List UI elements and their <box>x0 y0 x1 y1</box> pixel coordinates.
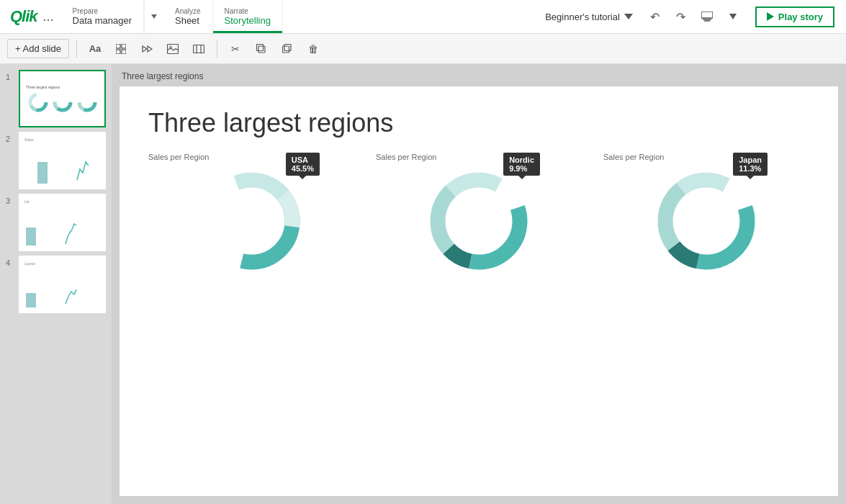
chart-3-tooltip-line1: Japan <box>739 156 762 164</box>
svg-marker-5 <box>729 14 737 19</box>
svg-rect-18 <box>256 44 263 50</box>
chart-3-tooltip-line2: 11.3% <box>739 164 761 173</box>
donut-chart-2 <box>425 167 533 275</box>
tutorial-dropdown[interactable]: Beginner's tutorial <box>545 12 633 22</box>
qlik-wordmark: Qlik <box>10 7 37 26</box>
chart-container-3: Sales per Region Japan 11.3% <box>603 153 809 275</box>
view-button[interactable] <box>696 6 718 27</box>
svg-rect-6 <box>116 44 120 48</box>
slide-thumb-1[interactable]: Three largest regions <box>19 70 106 127</box>
slide-thumb-3[interactable]: Lib <box>19 194 106 251</box>
prepare-tab-arrow[interactable] <box>144 0 163 33</box>
slide-number-1: 1 <box>6 70 14 81</box>
svg-point-30 <box>84 99 91 106</box>
chart-2-tooltip-line2: 9.9% <box>509 164 527 173</box>
slide-panel: 1 Three largest regions <box>0 64 112 504</box>
donut-wrapper-3[interactable]: Japan 11.3% <box>652 167 760 275</box>
cut-button[interactable]: ✂ <box>225 38 246 60</box>
chart-container-2: Sales per Region Nordic 9.9% <box>376 153 582 275</box>
play-story-button[interactable]: Play story <box>755 6 834 27</box>
chart-1-tooltip-line2: 45.5% <box>292 164 314 173</box>
chart-container-1: Sales per Region USA 45.5% <box>148 153 354 275</box>
donut-chart-3 <box>652 167 760 275</box>
svg-rect-20 <box>282 46 289 53</box>
tab-analyze[interactable]: Analyze Sheet <box>163 0 213 33</box>
chart-1-tooltip: USA 45.5% <box>286 153 320 176</box>
copy-button[interactable] <box>251 38 272 60</box>
donut-wrapper-2[interactable]: Nordic 9.9% <box>425 167 533 275</box>
paste-button[interactable] <box>276 38 298 60</box>
qlik-logo[interactable]: Qlik ... <box>0 0 61 33</box>
svg-point-38 <box>221 191 282 251</box>
slide-canvas[interactable]: Three largest regions Sales per Region U… <box>119 86 839 497</box>
play-story-label: Play story <box>778 12 823 22</box>
slide-number-3: 3 <box>6 194 14 205</box>
image-button[interactable] <box>162 38 184 60</box>
chart-2-label: Sales per Region <box>376 153 436 161</box>
chart-1-tooltip-line1: USA <box>292 156 308 164</box>
svg-point-48 <box>676 191 737 251</box>
top-nav: Qlik ... Prepare Data manager Analyze Sh… <box>0 0 846 34</box>
slide-title-bar: Three largest regions <box>119 71 839 81</box>
slide-item-1: 1 Three largest regions <box>6 70 106 127</box>
donut-chart-1 <box>197 167 305 275</box>
toolbar-divider-1 <box>76 40 77 58</box>
donut-wrapper-1[interactable]: USA 45.5% <box>197 167 305 275</box>
app-menu-dots[interactable]: ... <box>43 9 54 24</box>
slide-item-4: 4 Layout <box>6 256 106 313</box>
svg-rect-2 <box>701 12 713 18</box>
slide-thumb-4[interactable]: Layout <box>19 256 106 313</box>
toolbar-divider-2 <box>217 40 217 58</box>
analyze-tab-main: Sheet <box>175 15 201 26</box>
view-options-button[interactable] <box>722 6 744 27</box>
slide-heading: Three largest regions <box>148 108 809 138</box>
svg-marker-11 <box>148 46 152 52</box>
slide-number-2: 2 <box>6 132 14 143</box>
tutorial-label: Beginner's tutorial <box>545 12 620 22</box>
analyze-tab-small: Analyze <box>175 7 201 15</box>
svg-rect-9 <box>122 50 126 54</box>
svg-point-24 <box>35 99 42 106</box>
play-icon <box>767 12 774 21</box>
text-format-button[interactable]: Aa <box>84 38 106 60</box>
svg-rect-17 <box>258 46 265 53</box>
prepare-tab-group: Prepare Data manager <box>61 0 163 33</box>
media-button[interactable] <box>188 38 210 60</box>
svg-marker-1 <box>624 14 633 19</box>
svg-rect-33 <box>26 293 36 307</box>
svg-rect-8 <box>116 50 120 54</box>
stage-area: Three largest regions Three largest regi… <box>112 64 846 504</box>
slide-item-3: 3 Lib <box>6 194 106 251</box>
prepare-tab-main: Data manager <box>73 15 132 26</box>
add-slide-label: + Add slide <box>15 43 61 54</box>
redo-button[interactable]: ↷ <box>670 6 692 27</box>
svg-rect-14 <box>193 45 204 53</box>
toolbar: + Add slide Aa ✂ 🗑 <box>0 34 846 64</box>
chart-2-tooltip: Nordic 9.9% <box>503 153 540 176</box>
svg-point-27 <box>59 99 66 106</box>
svg-rect-31 <box>37 162 48 184</box>
transition-button[interactable] <box>136 38 158 60</box>
grid-view-button[interactable] <box>110 38 132 60</box>
add-slide-button[interactable]: + Add slide <box>7 39 69 58</box>
chart-2-tooltip-line1: Nordic <box>509 156 534 164</box>
slide-thumb-2[interactable]: Sales <box>19 132 106 189</box>
narrate-tab-small: Narrate <box>225 7 271 15</box>
svg-point-43 <box>449 191 509 251</box>
chart-3-tooltip: Japan 11.3% <box>733 153 768 176</box>
delete-button[interactable]: 🗑 <box>302 38 324 60</box>
narrate-tab-main: Storytelling <box>225 15 271 26</box>
svg-marker-0 <box>151 14 157 19</box>
tab-prepare[interactable]: Prepare Data manager <box>61 0 144 33</box>
svg-rect-7 <box>122 44 126 48</box>
chart-3-label: Sales per Region <box>603 153 664 161</box>
main-area: 1 Three largest regions <box>0 64 846 504</box>
undo-button[interactable]: ↶ <box>644 6 666 27</box>
nav-center: Beginner's tutorial ↶ ↷ Play story <box>545 0 846 33</box>
chart-1-label: Sales per Region <box>148 153 209 161</box>
svg-marker-10 <box>143 46 147 52</box>
tab-narrate[interactable]: Narrate Storytelling <box>213 0 283 33</box>
slide-number-4: 4 <box>6 256 14 267</box>
prepare-tab-small: Prepare <box>73 7 132 15</box>
charts-row: Sales per Region USA 45.5% <box>148 153 809 275</box>
